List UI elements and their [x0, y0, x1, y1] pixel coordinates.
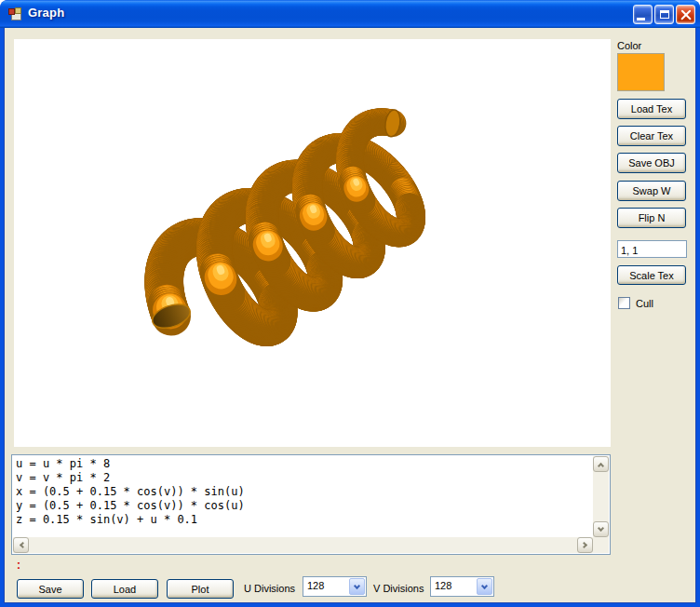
- window-title: Graph: [28, 6, 64, 20]
- minimize-icon: [637, 18, 645, 20]
- viewport-panel: [14, 39, 611, 447]
- formula-line: y = (0.5 + 0.15 * cos(v)) * cos(u): [16, 499, 591, 513]
- minimize-button[interactable]: [633, 5, 653, 24]
- chevron-down-icon: [481, 582, 488, 588]
- chevron-up-icon: [598, 462, 604, 468]
- chevron-right-icon: [580, 542, 586, 548]
- horizontal-scrollbar[interactable]: [13, 537, 593, 553]
- scroll-up-button[interactable]: [593, 456, 609, 472]
- tex-scale-input[interactable]: [617, 240, 687, 258]
- formula-line: u = u * pi * 8: [16, 457, 591, 471]
- scroll-left-button[interactable]: [13, 537, 29, 553]
- u-divisions-value: 128: [307, 580, 324, 591]
- formula-line: z = 0.15 * sin(v) + u * 0.1: [16, 513, 591, 527]
- vertical-scrollbar[interactable]: [593, 456, 609, 537]
- u-divisions-label: U Divisions: [244, 583, 295, 594]
- v-divisions-value: 128: [435, 580, 451, 591]
- v-divisions-label: V Divisions: [373, 583, 424, 594]
- v-divisions-select[interactable]: 128: [430, 576, 494, 597]
- clear-tex-button[interactable]: Clear Tex: [617, 126, 686, 146]
- color-swatch[interactable]: [617, 53, 665, 91]
- chevron-left-icon: [19, 542, 25, 548]
- v-divisions-dropdown-button[interactable]: [477, 578, 492, 595]
- close-button[interactable]: [676, 5, 695, 24]
- plot-canvas[interactable]: [14, 39, 611, 447]
- cull-checkbox[interactable]: [618, 297, 630, 309]
- u-divisions-select[interactable]: 128: [303, 576, 367, 597]
- close-icon: [680, 9, 692, 20]
- maximize-icon: [660, 10, 669, 19]
- swap-w-button[interactable]: Swap W: [617, 181, 686, 201]
- formula-editor[interactable]: u = u * pi * 8v = v * pi * 2x = (0.5 + 0…: [11, 454, 611, 555]
- scroll-down-button[interactable]: [593, 521, 609, 537]
- plot-button[interactable]: Plot: [167, 579, 234, 599]
- status-text: :: [17, 559, 20, 572]
- cull-label: Cull: [636, 298, 653, 309]
- save-button[interactable]: Save: [17, 579, 84, 599]
- formula-text[interactable]: u = u * pi * 8v = v * pi * 2x = (0.5 + 0…: [16, 457, 591, 535]
- chevron-down-icon: [354, 582, 360, 588]
- load-tex-button[interactable]: Load Tex: [617, 99, 686, 119]
- app-icon: [7, 7, 22, 21]
- u-divisions-dropdown-button[interactable]: [349, 578, 365, 595]
- color-label: Color: [617, 40, 641, 51]
- title-bar[interactable]: Graph: [0, 0, 700, 28]
- formula-line: x = (0.5 + 0.15 * cos(v)) * sin(u): [16, 485, 591, 499]
- scroll-right-button[interactable]: [577, 537, 593, 553]
- flip-n-button[interactable]: Flip N: [617, 208, 686, 228]
- save-obj-button[interactable]: Save OBJ: [617, 153, 686, 173]
- formula-line: v = v * pi * 2: [16, 471, 591, 485]
- scale-tex-button[interactable]: Scale Tex: [617, 265, 686, 285]
- load-button[interactable]: Load: [91, 579, 158, 599]
- scrollbar-corner: [593, 537, 609, 553]
- chevron-down-icon: [598, 524, 604, 531]
- maximize-button[interactable]: [654, 5, 674, 24]
- app-window: Graph Color Load Tex Clear Tex Save OBJ …: [0, 0, 700, 607]
- app-icon-red-square: [8, 8, 15, 15]
- app-icon-yellow-square: [15, 7, 21, 14]
